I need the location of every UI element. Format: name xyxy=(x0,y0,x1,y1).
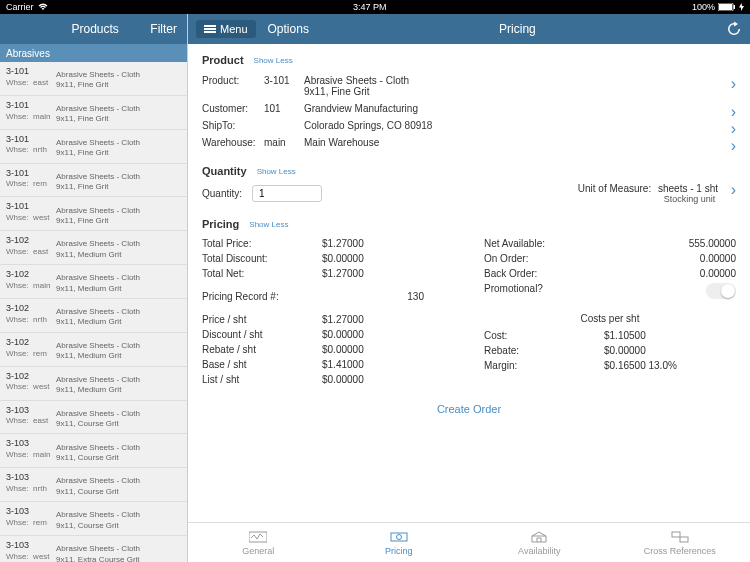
price-row: Total Discount:$0.00000 xyxy=(202,251,454,266)
quantity-input[interactable] xyxy=(252,185,322,202)
list-item[interactable]: 3-103Whse: westAbrasive Sheets - Cloth9x… xyxy=(0,536,187,562)
pricing-record-row: Pricing Record #:130 xyxy=(202,289,454,304)
sidebar: Products Filter Abrasives 3-101Whse: eas… xyxy=(0,14,188,562)
detail-header: Menu Options Pricing xyxy=(188,14,750,44)
sidebar-title: Products xyxy=(71,22,118,36)
quantity-show-less[interactable]: Show Less xyxy=(257,167,296,176)
price-row: Total Net:$1.27000 xyxy=(202,266,454,281)
list-item[interactable]: 3-101Whse: eastAbrasive Sheets - Cloth9x… xyxy=(0,62,187,96)
price-row: Discount / sht$0.00000 xyxy=(202,327,454,342)
tab-bar: General Pricing Availability Cross Refer… xyxy=(188,522,750,562)
chevron-right-icon: › xyxy=(731,181,736,199)
warehouse-row[interactable]: Warehouse: main Main Warehouse › xyxy=(202,134,736,151)
cost-row: Cost:$1.10500 xyxy=(484,328,736,343)
tab-general[interactable]: General xyxy=(188,523,329,562)
uom-row[interactable]: Unit of Measure: sheets - 1 sht Stocking… xyxy=(578,183,736,204)
battery-text: 100% xyxy=(692,2,715,12)
list-item[interactable]: 3-101Whse: nrthAbrasive Sheets - Cloth9x… xyxy=(0,130,187,164)
list-item[interactable]: 3-102Whse: eastAbrasive Sheets - Cloth9x… xyxy=(0,231,187,265)
cross-ref-icon xyxy=(671,530,689,544)
svg-rect-7 xyxy=(680,537,688,542)
costs-header: Costs per sht xyxy=(484,313,736,324)
menu-button[interactable]: Menu xyxy=(196,20,256,38)
promotional-toggle[interactable] xyxy=(706,283,736,299)
hamburger-icon xyxy=(204,24,216,35)
promotional-row: Promotional? xyxy=(484,281,736,303)
price-row: Base / sht$1.41000 xyxy=(202,357,454,372)
svg-rect-2 xyxy=(734,5,736,9)
category-bar: Abrasives xyxy=(0,44,187,62)
filter-button[interactable]: Filter xyxy=(150,22,177,36)
price-row: Rebate / sht$0.00000 xyxy=(202,342,454,357)
availability-icon xyxy=(530,530,548,544)
status-bar: Carrier 3:47 PM 100% xyxy=(0,0,750,14)
product-show-less[interactable]: Show Less xyxy=(254,56,293,65)
price-row: Price / sht$1.27000 xyxy=(202,312,454,327)
cost-row: Margin:$0.16500 13.0% xyxy=(484,358,736,373)
sidebar-header: Products Filter xyxy=(0,14,187,44)
shipto-row[interactable]: ShipTo: Colorado Springs, CO 80918 › xyxy=(202,117,736,134)
svg-rect-1 xyxy=(719,4,732,10)
pricing-icon xyxy=(390,530,408,544)
detail-title: Pricing xyxy=(309,22,726,36)
customer-row[interactable]: Customer: 101 Grandview Manufacturing › xyxy=(202,100,736,117)
product-list[interactable]: 3-101Whse: eastAbrasive Sheets - Cloth9x… xyxy=(0,62,187,562)
refresh-icon[interactable] xyxy=(726,21,742,37)
price-row: Back Order:0.00000 xyxy=(484,266,736,281)
list-item[interactable]: 3-102Whse: westAbrasive Sheets - Cloth9x… xyxy=(0,367,187,401)
list-item[interactable]: 3-103Whse: nrthAbrasive Sheets - Cloth9x… xyxy=(0,468,187,502)
status-time: 3:47 PM xyxy=(48,2,692,12)
list-item[interactable]: 3-102Whse: nrthAbrasive Sheets - Cloth9x… xyxy=(0,299,187,333)
chevron-right-icon: › xyxy=(731,137,736,155)
list-item[interactable]: 3-103Whse: remAbrasive Sheets - Cloth9x1… xyxy=(0,502,187,536)
tab-pricing[interactable]: Pricing xyxy=(329,523,470,562)
tab-cross-references[interactable]: Cross References xyxy=(610,523,751,562)
quantity-section-header: Quantity Show Less xyxy=(202,165,736,177)
create-order-button[interactable]: Create Order xyxy=(202,403,736,415)
list-item[interactable]: 3-102Whse: remAbrasive Sheets - Cloth9x1… xyxy=(0,333,187,367)
general-icon xyxy=(249,530,267,544)
battery-icon xyxy=(718,3,736,11)
price-row: Total Price:$1.27000 xyxy=(202,236,454,251)
list-item[interactable]: 3-102Whse: mainAbrasive Sheets - Cloth9x… xyxy=(0,265,187,299)
quantity-label: Quantity: xyxy=(202,188,242,199)
list-item[interactable]: 3-101Whse: westAbrasive Sheets - Cloth9x… xyxy=(0,197,187,231)
list-item[interactable]: 3-103Whse: mainAbrasive Sheets - Cloth9x… xyxy=(0,434,187,468)
svg-point-5 xyxy=(396,534,401,539)
list-item[interactable]: 3-101Whse: remAbrasive Sheets - Cloth9x1… xyxy=(0,164,187,198)
tab-availability[interactable]: Availability xyxy=(469,523,610,562)
list-item[interactable]: 3-103Whse: eastAbrasive Sheets - Cloth9x… xyxy=(0,401,187,435)
svg-rect-6 xyxy=(672,532,680,537)
detail-panel: Menu Options Pricing Product Show Less P… xyxy=(188,14,750,562)
price-row: On Order:0.00000 xyxy=(484,251,736,266)
list-item[interactable]: 3-101Whse: mainAbrasive Sheets - Cloth9x… xyxy=(0,96,187,130)
options-button[interactable]: Options xyxy=(268,22,309,36)
wifi-icon xyxy=(38,3,48,11)
price-row: List / sht$0.00000 xyxy=(202,372,454,387)
pricing-show-less[interactable]: Show Less xyxy=(249,220,288,229)
price-row: Net Available:555.00000 xyxy=(484,236,736,251)
carrier-text: Carrier xyxy=(6,2,34,12)
cost-row: Rebate:$0.00000 xyxy=(484,343,736,358)
chevron-right-icon: › xyxy=(731,75,736,93)
charging-icon xyxy=(739,3,744,11)
pricing-section-header: Pricing Show Less xyxy=(202,218,736,230)
product-row[interactable]: Product: 3-101 Abrasive Sheets - Cloth 9… xyxy=(202,72,736,100)
product-section-header: Product Show Less xyxy=(202,54,736,66)
